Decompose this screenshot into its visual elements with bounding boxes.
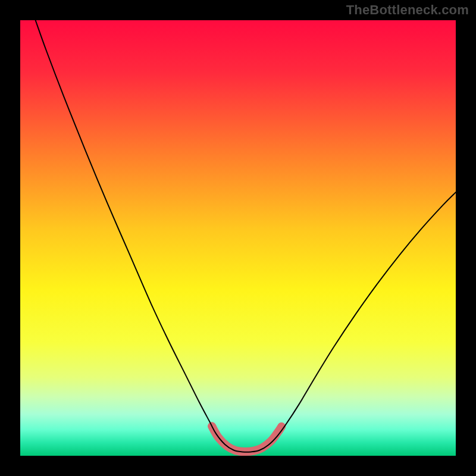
watermark-text: TheBottleneck.com xyxy=(346,2,469,18)
bottleneck-chart xyxy=(0,0,476,476)
chart-root: TheBottleneck.com xyxy=(0,0,476,476)
plot-background xyxy=(20,20,456,456)
